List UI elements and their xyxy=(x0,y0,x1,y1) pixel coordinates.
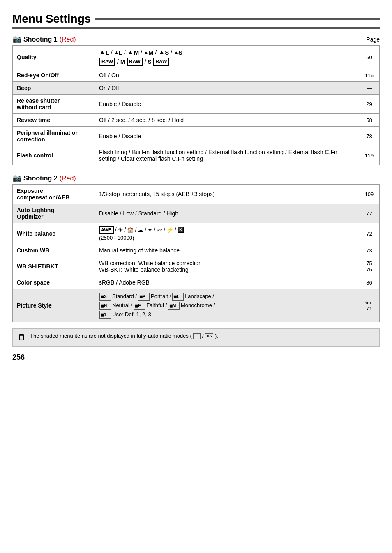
small-qm-icon: ▲M xyxy=(144,49,153,56)
picstyle-value: ◼S Standard / ◼P Portrait / ◼L Landscape… xyxy=(95,289,359,322)
wb-label: White balance xyxy=(13,223,95,244)
table-row: Beep On / Off — xyxy=(13,82,380,95)
wb-cloud-icon: ☁ xyxy=(138,227,143,233)
table-row: Picture Style ◼S Standard / ◼P Portrait … xyxy=(13,289,380,322)
review-value: Off / 2 sec. / 4 sec. / 8 sec. / Hold xyxy=(95,114,359,127)
ps-landscape-badge: ◼L xyxy=(172,293,184,301)
section2-header: 📷 Shooting 2 (Red) xyxy=(12,174,380,183)
colorspace-label: Color space xyxy=(13,276,95,289)
customwb-label: Custom WB xyxy=(13,244,95,257)
wb-tungsten-icon: ✦ xyxy=(148,227,152,233)
wbshift-label: WB SHIFT/BKT xyxy=(13,257,95,276)
table-row: Custom WB Manual setting of white balanc… xyxy=(13,244,380,257)
footer-text: The shaded menu items are not displayed … xyxy=(30,333,218,339)
beep-label: Beep xyxy=(13,82,95,95)
review-label: Review time xyxy=(13,114,95,127)
section1-label: Shooting 1 xyxy=(23,36,58,43)
page-title: Menu Settings xyxy=(12,12,380,29)
title-text: Menu Settings xyxy=(12,12,91,25)
wb-sep1: / xyxy=(115,227,117,233)
ps-userdef-badge: ◼1 xyxy=(99,311,111,319)
ps-standard-badge: ◼S xyxy=(99,293,111,301)
page-number: 256 xyxy=(12,353,380,362)
table-row: Quality ▲L / ▲L / ▲M xyxy=(13,46,380,69)
wbshift-value: WB correction: White balance correction … xyxy=(95,257,359,276)
wb-flash-icon: ⚡ xyxy=(166,227,173,233)
raw-badge: RAW xyxy=(99,58,115,66)
peripheral-label: Peripheral illuminationcorrection xyxy=(13,127,95,146)
table-row: White balance AWB / ☀ / 🏠̂ / ☁ / ✦ / ▿▿ … xyxy=(13,223,380,244)
wb-fluor-icon: ▿▿ xyxy=(157,227,162,233)
table-row: Release shutterwithout card Enable / Dis… xyxy=(13,95,380,114)
wb-custom-icon: K xyxy=(178,227,184,233)
ca-mode-icon: CA xyxy=(205,333,213,339)
peripheral-value: Enable / Disable xyxy=(95,127,359,146)
ps-portrait-badge: ◼P xyxy=(138,293,150,301)
section2-table: Exposurecompensation/AEB 1/3-stop increm… xyxy=(12,184,380,322)
quality-value: ▲L / ▲L / ▲M / ▲M xyxy=(95,46,359,69)
ql-icon: ▲L xyxy=(99,49,109,56)
alo-page: 77 xyxy=(359,204,380,223)
release-page: 29 xyxy=(359,95,380,114)
note-icon: 🗒 xyxy=(18,333,26,342)
customwb-page: 73 xyxy=(359,244,380,257)
auto-mode-rect-icon xyxy=(193,333,201,339)
wb-page: 72 xyxy=(359,223,380,244)
release-label: Release shutterwithout card xyxy=(13,95,95,114)
table-row: Review time Off / 2 sec. / 4 sec. / 8 se… xyxy=(13,114,380,127)
ps-mono-badge: ◼M xyxy=(168,302,180,310)
picstyle-page: 66-71 xyxy=(359,289,380,322)
release-value: Enable / Disable xyxy=(95,95,359,114)
wb-value: AWB / ☀ / 🏠̂ / ☁ / ✦ / ▿▿ / ⚡ / K (2500 … xyxy=(95,223,359,244)
section1-table: Quality ▲L / ▲L / ▲M xyxy=(12,45,380,165)
table-row: Flash control Flash firing / Built-in fl… xyxy=(13,146,380,165)
beep-value: On / Off xyxy=(95,82,359,95)
table-row: Peripheral illuminationcorrection Enable… xyxy=(13,127,380,146)
ps-faithful-badge: ◼F xyxy=(134,302,145,310)
table-row: WB SHIFT/BKT WB correction: White balanc… xyxy=(13,257,380,276)
quality-page: 60 xyxy=(359,46,380,69)
quality-label: Quality xyxy=(13,46,95,69)
alo-label: Auto LightingOptimizer xyxy=(13,204,95,223)
small-ql-icon: ▲L xyxy=(114,49,122,56)
flash-label: Flash control xyxy=(13,146,95,165)
section2-color-label: (Red) xyxy=(60,175,76,182)
beep-page: — xyxy=(359,82,380,95)
customwb-value: Manual setting of white balance xyxy=(95,244,359,257)
table-row: Red-eye On/Off Off / On 116 xyxy=(13,69,380,82)
redeye-label: Red-eye On/Off xyxy=(13,69,95,82)
alo-value: Disable / Low / Standard / High xyxy=(95,204,359,223)
table-row: Exposurecompensation/AEB 1/3-stop increm… xyxy=(13,185,380,204)
exposure-page: 109 xyxy=(359,185,380,204)
table-row: Color space sRGB / Adobe RGB 86 xyxy=(13,276,380,289)
peripheral-page: 78 xyxy=(359,127,380,146)
exposure-label: Exposurecompensation/AEB xyxy=(13,185,95,204)
mraw-badge: RAW xyxy=(127,58,143,66)
table-row: Auto LightingOptimizer Disable / Low / S… xyxy=(13,204,380,223)
picstyle-label: Picture Style xyxy=(13,289,95,322)
qm-icon: ▲M xyxy=(127,49,139,56)
mraw-label: M xyxy=(120,59,125,65)
section1-color-label: (Red) xyxy=(60,36,76,43)
flash-value: Flash firing / Built-in flash function s… xyxy=(95,146,359,165)
qs-icon: ▲S xyxy=(158,49,169,56)
redeye-page: 116 xyxy=(359,69,380,82)
wb-sun-icon: ☀ xyxy=(118,227,123,233)
section1-header: 📷 Shooting 1 (Red) Page xyxy=(12,35,380,44)
sraw-badge: RAW xyxy=(153,58,169,66)
awb-badge: AWB xyxy=(99,226,114,234)
page-col-header: Page xyxy=(366,36,380,43)
section2-label: Shooting 2 xyxy=(23,175,58,182)
flash-page: 119 xyxy=(359,146,380,165)
colorspace-value: sRGB / Adobe RGB xyxy=(95,276,359,289)
exposure-value: 1/3-stop increments, ±5 stops (AEB ±3 st… xyxy=(95,185,359,204)
camera-icon-section1: 📷 xyxy=(12,35,21,44)
ps-neutral-badge: ◼N xyxy=(99,302,111,310)
sraw-label: S xyxy=(148,59,152,65)
review-page: 58 xyxy=(359,114,380,127)
footer-note: 🗒 The shaded menu items are not displaye… xyxy=(12,328,380,347)
camera-icon-section2: 📷 xyxy=(12,174,21,183)
wb-shade-icon: 🏠̂ xyxy=(127,227,134,233)
small-qs-icon: ▲S xyxy=(174,49,182,56)
colorspace-page: 86 xyxy=(359,276,380,289)
